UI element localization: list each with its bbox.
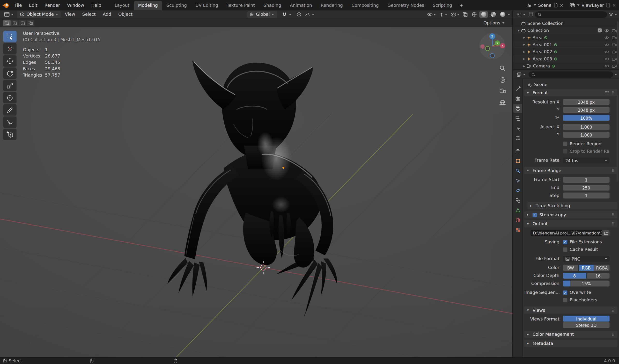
select-extend-button[interactable] bbox=[11, 20, 19, 26]
frame-end-field[interactable]: 250 bbox=[563, 185, 610, 190]
add-workspace-button[interactable]: + bbox=[456, 1, 466, 10]
outliner-search-input[interactable] bbox=[535, 11, 607, 18]
tab-scripting[interactable]: Scripting bbox=[428, 1, 456, 10]
cursor-tool[interactable] bbox=[3, 43, 17, 54]
object-label[interactable]: Area.002 bbox=[533, 49, 552, 54]
menu-help[interactable]: Help bbox=[88, 0, 105, 10]
compression-slider[interactable]: 15% bbox=[563, 280, 610, 286]
tab-shading[interactable]: Shading bbox=[259, 1, 286, 10]
tab-render[interactable] bbox=[513, 94, 522, 103]
shading-wireframe-button[interactable] bbox=[470, 11, 478, 18]
resolution-percent-slider[interactable]: 100% bbox=[563, 115, 610, 121]
properties-search-input[interactable] bbox=[529, 71, 613, 78]
viewlayer-browse-icon[interactable] bbox=[570, 3, 575, 8]
time-stretching-header[interactable]: ▸ Time Stretching bbox=[527, 202, 617, 209]
disable-render-camera-icon[interactable] bbox=[612, 28, 617, 32]
filter-icon[interactable] bbox=[609, 12, 613, 16]
tab-rendering[interactable]: Rendering bbox=[316, 1, 347, 10]
menu-view[interactable]: View bbox=[62, 11, 78, 18]
measure-tool[interactable] bbox=[3, 116, 17, 128]
tab-geometry-nodes[interactable]: Geometry Nodes bbox=[383, 1, 428, 10]
annotate-tool[interactable] bbox=[3, 104, 17, 115]
crop-region-checkbox[interactable] bbox=[563, 149, 567, 154]
expand-icon[interactable]: ▸ bbox=[522, 50, 527, 54]
select-intersect-button[interactable] bbox=[27, 20, 34, 26]
disable-render-camera-icon[interactable] bbox=[612, 64, 617, 68]
outliner-editor-type-button[interactable] bbox=[515, 11, 527, 18]
tab-compositing[interactable]: Compositing bbox=[347, 1, 383, 10]
tab-texture[interactable] bbox=[513, 226, 522, 235]
tab-object-data[interactable] bbox=[513, 206, 522, 215]
new-scene-icon[interactable] bbox=[553, 3, 558, 8]
menu-window[interactable]: Window bbox=[64, 0, 88, 10]
remove-viewlayer-icon[interactable]: × bbox=[612, 3, 616, 8]
outliner-scrollbar[interactable] bbox=[617, 21, 619, 65]
output-panel-header[interactable]: ▾ Output bbox=[524, 220, 617, 227]
drag-dots-icon[interactable] bbox=[611, 332, 615, 336]
proportional-falloff-icon[interactable] bbox=[304, 11, 311, 17]
menu-render[interactable]: Render bbox=[41, 0, 63, 10]
object-label[interactable]: Area bbox=[533, 35, 542, 40]
pan-hand-icon[interactable] bbox=[498, 75, 507, 84]
mode-dropdown[interactable]: Object Mode bbox=[17, 11, 61, 18]
disable-render-camera-icon[interactable] bbox=[612, 57, 617, 61]
tab-world[interactable] bbox=[513, 134, 522, 142]
drag-dots-icon[interactable] bbox=[611, 308, 615, 312]
disable-render-camera-icon[interactable] bbox=[612, 43, 617, 46]
properties-scrollbar[interactable] bbox=[617, 95, 618, 182]
tab-texture-paint[interactable]: Texture Paint bbox=[223, 1, 259, 10]
tab-particles[interactable] bbox=[513, 176, 522, 185]
expand-icon[interactable]: ▸ bbox=[522, 64, 527, 68]
outliner-row-camera[interactable]: ▸ Camera bbox=[513, 62, 619, 69]
gizmos-dropdown[interactable] bbox=[438, 11, 449, 18]
outliner-filter-caret-icon[interactable] bbox=[615, 14, 617, 15]
zoom-icon[interactable] bbox=[498, 64, 507, 73]
object-label[interactable]: Area.003 bbox=[533, 56, 552, 61]
color-management-header[interactable]: ▸ Color Management bbox=[524, 331, 617, 338]
menu-object[interactable]: Object bbox=[115, 11, 136, 18]
tab-sculpting[interactable]: Sculpting bbox=[162, 1, 191, 10]
scene-name[interactable]: Scene bbox=[538, 3, 551, 8]
stereoscopy-checkbox[interactable]: ✓ bbox=[533, 212, 537, 217]
select-box-tool[interactable] bbox=[3, 31, 17, 42]
perspective-toggle-icon[interactable] bbox=[498, 98, 507, 107]
hide-viewport-eye-icon[interactable] bbox=[605, 28, 609, 32]
outliner-row-collection[interactable]: ▾ Collection ✓ bbox=[513, 27, 619, 34]
outliner-row-area-002[interactable]: ▸ Area.002 bbox=[513, 48, 619, 55]
tab-modeling[interactable]: Modeling bbox=[134, 1, 162, 10]
object-label[interactable]: Camera bbox=[533, 63, 550, 68]
hide-viewport-eye-icon[interactable] bbox=[605, 36, 609, 39]
shading-rendered-button[interactable] bbox=[498, 11, 507, 18]
depth-8-button[interactable]: 8 bbox=[563, 273, 586, 279]
outliner-display-mode-icon[interactable] bbox=[529, 12, 534, 17]
expand-icon[interactable]: ▸ bbox=[522, 36, 527, 39]
scene-browse-icon[interactable] bbox=[526, 3, 532, 8]
drag-dots-icon[interactable] bbox=[611, 91, 615, 95]
collection-label[interactable]: Collection bbox=[527, 28, 549, 33]
menu-file[interactable]: File bbox=[11, 0, 25, 10]
drag-dots-icon[interactable] bbox=[611, 222, 615, 226]
tab-material[interactable] bbox=[513, 216, 522, 224]
snap-toggle[interactable] bbox=[281, 11, 288, 18]
overwrite-checkbox[interactable]: ✓ bbox=[563, 291, 567, 295]
expand-icon[interactable]: ▸ bbox=[522, 42, 527, 46]
frame-step-field[interactable]: 1 bbox=[563, 193, 610, 198]
select-set-button[interactable] bbox=[3, 20, 11, 26]
placeholders-checkbox[interactable] bbox=[563, 298, 567, 302]
outliner-row-area-001[interactable]: ▸ Area.001 bbox=[513, 41, 619, 48]
tab-physics[interactable] bbox=[513, 186, 522, 195]
hide-viewport-eye-icon[interactable] bbox=[605, 57, 609, 61]
stereoscopy-header[interactable]: ▸ ✓ Stereoscopy bbox=[524, 211, 617, 218]
outliner-row-area[interactable]: ▸ Area bbox=[513, 34, 619, 41]
shading-caret-icon[interactable] bbox=[508, 14, 510, 15]
tab-tool[interactable] bbox=[513, 84, 522, 93]
xray-toggle[interactable] bbox=[462, 11, 469, 18]
tab-scene[interactable] bbox=[513, 124, 522, 133]
outliner-row-scene-collection[interactable]: Scene Collection bbox=[513, 20, 619, 27]
navigation-gizmo[interactable]: Z Y X bbox=[478, 32, 506, 60]
drag-dots-icon[interactable] bbox=[611, 168, 615, 172]
proportional-editing-toggle[interactable] bbox=[295, 11, 303, 18]
color-bw-button[interactable]: BW bbox=[563, 265, 578, 271]
overlays-dropdown[interactable] bbox=[449, 11, 461, 18]
blender-logo-icon[interactable] bbox=[0, 0, 11, 10]
